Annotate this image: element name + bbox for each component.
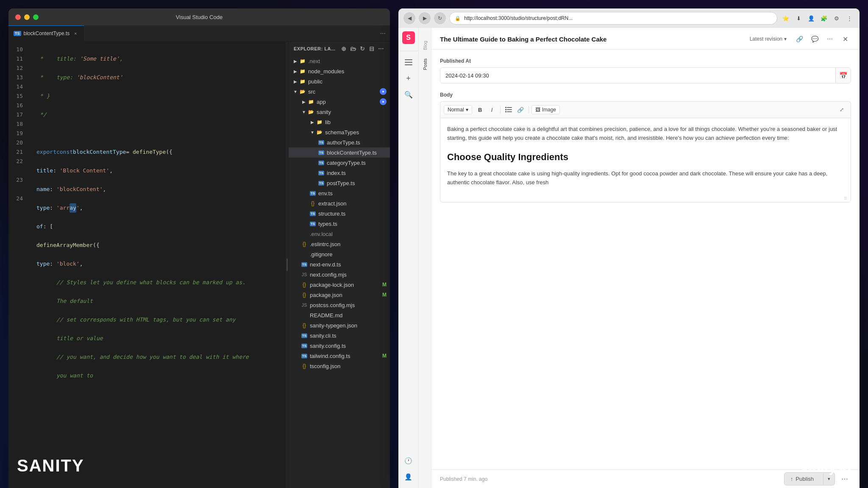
svg-point-8: [505, 111, 506, 112]
bold-button[interactable]: B: [475, 104, 486, 115]
tree-item-sanity-typegen[interactable]: {} sanity-typegen.json: [289, 320, 390, 330]
tree-label: app: [317, 99, 326, 105]
new-folder-btn[interactable]: 🗁: [349, 45, 357, 53]
tree-item-types[interactable]: TS types.ts: [289, 219, 390, 229]
doc-more-btn[interactable]: ⋯: [824, 33, 836, 45]
tree-item-lib[interactable]: ▶ 📁 lib: [289, 117, 390, 127]
date-field[interactable]: 📅: [440, 67, 851, 83]
revision-selector[interactable]: Latest revision ▾: [746, 34, 790, 44]
account-icon[interactable]: 👤: [806, 13, 816, 23]
tab-more-btn[interactable]: ···: [376, 25, 390, 41]
tree-item-envlocal[interactable]: .env.local: [289, 229, 390, 239]
tree-item-postcss[interactable]: JS postcss.config.mjs: [289, 300, 390, 310]
tree-item-categorytype[interactable]: TS categoryType.ts: [289, 158, 390, 168]
file-tree[interactable]: ▶ 📁 .next ▶ 📁 node_modules ▶ 📁 publ: [289, 56, 390, 488]
browser-panel: ◀ ▶ ↻ 🔒 http://localhost:3000/studio/str…: [398, 8, 860, 488]
json-file-icon: {}: [300, 362, 308, 370]
search-nav-btn[interactable]: 🔍: [401, 87, 416, 102]
tree-item-authortype[interactable]: TS authorType.ts: [289, 137, 390, 147]
file-icon: [300, 250, 308, 258]
date-input[interactable]: [440, 69, 835, 82]
tree-label: .eslintrc.json: [310, 241, 340, 247]
bookmark-icon[interactable]: ⭐: [781, 13, 791, 23]
ts-file-icon: TS: [300, 352, 308, 360]
tree-item-next-env[interactable]: TS next-env.d.ts: [289, 259, 390, 269]
code-content[interactable]: * title: 'Some title', * type: 'blockCon…: [30, 42, 286, 488]
tab-close-btn[interactable]: ×: [72, 30, 79, 37]
list-button[interactable]: [503, 104, 514, 115]
tab-filename: blockContentType.ts: [24, 30, 70, 36]
tree-label: index.ts: [327, 170, 346, 176]
publish-icon: ↑: [790, 476, 793, 482]
link-format-button[interactable]: 🔗: [515, 104, 526, 115]
doc-close-btn[interactable]: ✕: [839, 33, 851, 45]
tree-item-sanity-config[interactable]: TS sanity.config.ts: [289, 341, 390, 351]
image-insert-btn[interactable]: 🖼 Image: [531, 105, 560, 114]
tree-item-src[interactable]: ▼ 📂 src ●: [289, 86, 390, 97]
tree-item-sanity[interactable]: ▼ 📂 sanity: [289, 107, 390, 117]
tree-item-schematypes[interactable]: ▼ 📂 schemaTypes: [289, 127, 390, 137]
refresh-button[interactable]: ↻: [434, 12, 446, 24]
tree-item-extract-json[interactable]: {} extract.json: [289, 198, 390, 208]
ts-file-icon: TS: [317, 169, 325, 177]
sanity-logo[interactable]: S: [402, 31, 415, 44]
forward-button[interactable]: ▶: [419, 12, 431, 24]
extensions-icon[interactable]: 🧩: [819, 13, 829, 23]
code-editor[interactable]: 10 11 12 13 14 15 16 17 18 19 20 21 22 2…: [8, 42, 286, 488]
minimize-button[interactable]: [24, 14, 30, 20]
vscode-titlebar: Visual Studio Code: [8, 8, 390, 25]
chevron-down-icon: ▾: [466, 107, 468, 113]
menu-icon[interactable]: [401, 55, 416, 70]
tree-item-index[interactable]: TS index.ts: [289, 168, 390, 178]
link-icon[interactable]: 🔗: [793, 33, 805, 45]
file-explorer: EXPLORER: LA... ⊕ 🗁 ↻ ⊟ ··· ▶ 📁 .next: [288, 42, 390, 488]
tree-item-package-json[interactable]: {} package.json M: [289, 290, 390, 300]
sidebar-item-blog[interactable]: Blog: [421, 36, 429, 54]
refresh-btn[interactable]: ↻: [359, 45, 366, 53]
download-icon[interactable]: ⬇: [793, 13, 804, 23]
editor-tab-active[interactable]: TS blockContentType.ts ×: [8, 25, 84, 41]
tree-item-gitignore[interactable]: .gitignore: [289, 249, 390, 259]
tree-item-blockcontenttype[interactable]: TS blockContentType.ts: [289, 147, 390, 158]
tree-item-node-modules[interactable]: ▶ 📁 node_modules: [289, 66, 390, 76]
address-bar[interactable]: 🔒 http://localhost:3000/studio/structure…: [449, 12, 777, 25]
tree-item-eslint[interactable]: {} .eslintrc.json: [289, 239, 390, 249]
tree-item-tsconfig[interactable]: {} tsconfig.json: [289, 361, 390, 371]
tree-item-next[interactable]: ▶ 📁 .next: [289, 56, 390, 66]
vscode-panel: Visual Studio Code TS blockContentType.t…: [8, 8, 390, 488]
sidebar-item-posts[interactable]: Posts: [421, 54, 429, 75]
modified-badge: M: [382, 282, 387, 288]
collapse-btn[interactable]: ⊟: [368, 45, 376, 53]
tree-item-readme[interactable]: README.md: [289, 310, 390, 320]
resize-handle[interactable]: ⠿: [844, 195, 849, 200]
comment-icon[interactable]: 💬: [809, 33, 821, 45]
tree-item-package-lock[interactable]: {} package-lock.json M: [289, 280, 390, 290]
tree-item-sanity-cli[interactable]: TS sanity.cli.ts: [289, 330, 390, 341]
explorer-more-btn[interactable]: ···: [377, 45, 385, 53]
browser-more-btn[interactable]: ⋮: [844, 13, 854, 23]
line-numbers: 10 11 12 13 14 15 16 17 18 19 20 21 22 2…: [8, 42, 30, 488]
history-icon[interactable]: 🕐: [401, 453, 416, 469]
back-button[interactable]: ◀: [403, 12, 415, 24]
format-selector[interactable]: Normal ▾: [444, 105, 472, 114]
tree-item-structure[interactable]: TS structure.ts: [289, 208, 390, 219]
tree-item-posttype[interactable]: TS postType.ts: [289, 178, 390, 188]
close-button[interactable]: [15, 14, 21, 20]
create-nav-btn[interactable]: +: [401, 71, 416, 86]
tree-item-public[interactable]: ▶ 📁 public: [289, 76, 390, 86]
tree-item-env[interactable]: TS env.ts: [289, 188, 390, 198]
italic-button[interactable]: I: [487, 104, 498, 115]
expand-editor-btn[interactable]: ⤢: [836, 104, 847, 115]
chevron-down-icon: ▾: [784, 36, 787, 42]
user-icon[interactable]: 👤: [401, 469, 416, 485]
folder-arrow: ▶: [292, 78, 299, 85]
tree-item-tailwind[interactable]: TS tailwind.config.ts M: [289, 351, 390, 361]
ts-file-icon: TS: [317, 159, 325, 166]
tree-item-next-config[interactable]: JS next.config.mjs: [289, 269, 390, 280]
settings-icon[interactable]: ⚙: [832, 13, 842, 23]
maximize-button[interactable]: [33, 14, 39, 20]
new-file-btn[interactable]: ⊕: [340, 45, 348, 53]
calendar-icon[interactable]: 📅: [835, 68, 851, 83]
rich-text-content[interactable]: Baking a perfect chocolate cake is a del…: [440, 118, 851, 202]
tree-item-app[interactable]: ▶ 📁 app ●: [289, 97, 390, 107]
